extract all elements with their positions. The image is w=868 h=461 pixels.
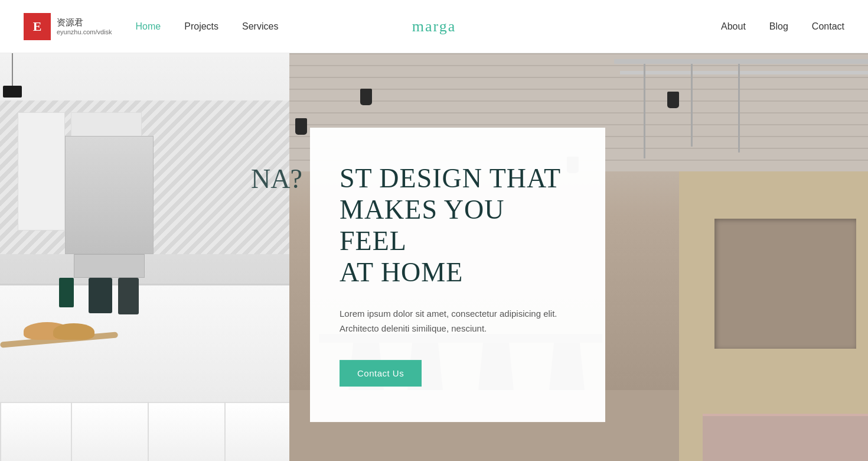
nav-contact[interactable]: Contact [812,21,844,32]
hero-heading: ST DESIGN THAT MAKES YOU FEEL AT HOME [340,163,576,288]
nav-left: E 资源君 eyunzhu.com/vdisk Home Projects Se… [24,13,278,40]
logo-text: 资源君 eyunzhu.com/vdisk [57,17,112,35]
hero-kitchen-image [0,53,289,461]
nav-home[interactable]: Home [136,21,161,32]
ceiling-light-1 [360,89,372,105]
brand-name: marga [412,18,456,35]
hero-section: na? ST DESIGN THAT MAKES YOU FEEL AT HOM… [0,53,868,461]
logo-url: eyunzhu.com/vdisk [57,28,112,35]
ceiling-light-3 [667,92,679,108]
clipped-text: na? [251,163,302,194]
logo-chinese: 资源君 [57,17,112,28]
nav-blog[interactable]: Blog [769,21,788,32]
nav-right: About Blog Contact [721,21,844,32]
nav-about[interactable]: About [721,21,746,32]
hero-card: na? ST DESIGN THAT MAKES YOU FEEL AT HOM… [310,128,605,422]
logo[interactable]: E 资源君 eyunzhu.com/vdisk [24,13,112,40]
nav-projects[interactable]: Projects [184,21,218,32]
nav-services[interactable]: Services [242,21,278,32]
ceiling-light-2 [295,118,307,135]
contact-us-button[interactable]: Contact Us [340,360,422,387]
nav-center: marga [412,18,456,35]
navbar: E 资源君 eyunzhu.com/vdisk Home Projects Se… [0,0,868,53]
hero-description: Lorem ipsum dolor sit amet, consectetur … [340,306,576,336]
logo-icon: E [24,13,51,40]
